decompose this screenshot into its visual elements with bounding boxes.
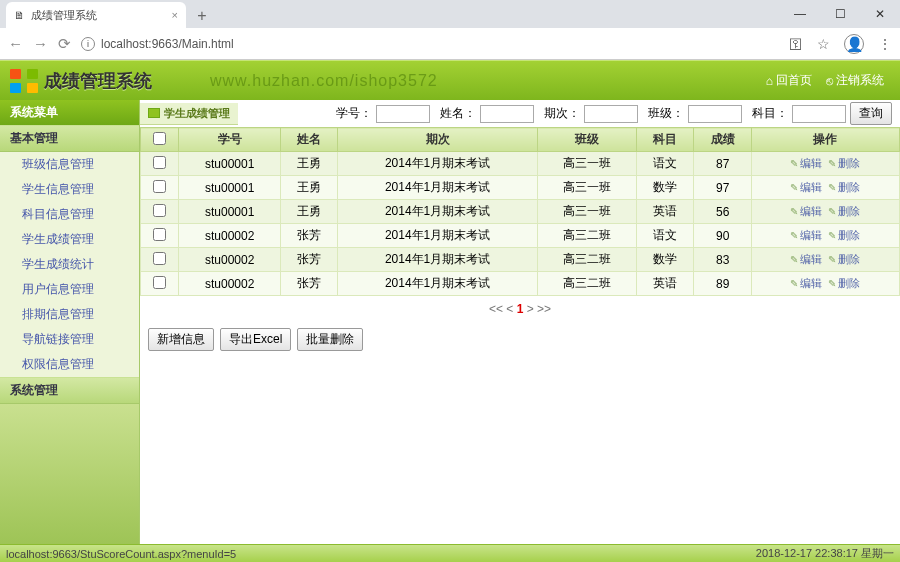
batch-delete-button[interactable]: 批量删除	[297, 328, 363, 351]
menu-icon[interactable]: ⋮	[878, 36, 892, 52]
cell: 2014年1月期末考试	[338, 152, 537, 176]
row-checkbox[interactable]	[153, 180, 166, 193]
pager-prev[interactable]: <	[506, 302, 513, 316]
label-term: 期次：	[544, 105, 580, 122]
label-sno: 学号：	[336, 105, 372, 122]
account-icon[interactable]: 👤	[844, 34, 864, 54]
sidebar-item-6[interactable]: 排期信息管理	[0, 302, 139, 327]
select-all-checkbox[interactable]	[153, 132, 166, 145]
cell: 2014年1月期末考试	[338, 176, 537, 200]
browser-tab[interactable]: 🗎 成绩管理系统 ×	[6, 2, 186, 28]
sidebar-item-8[interactable]: 权限信息管理	[0, 352, 139, 377]
new-tab-button[interactable]: +	[190, 4, 214, 28]
back-button[interactable]: ←	[8, 35, 23, 52]
row-checkbox[interactable]	[153, 156, 166, 169]
page-icon: 🗎	[14, 9, 25, 21]
status-right: 2018-12-17 22:38:17 星期一	[756, 546, 894, 561]
window-minimize-button[interactable]: —	[780, 0, 820, 28]
cell: stu00002	[179, 248, 281, 272]
sidebar-item-3[interactable]: 学生成绩管理	[0, 227, 139, 252]
star-icon[interactable]: ☆	[817, 36, 830, 52]
delete-link[interactable]: 删除	[828, 277, 860, 289]
input-sno[interactable]	[376, 105, 430, 123]
site-info-icon[interactable]: i	[81, 37, 95, 51]
col-header	[141, 128, 179, 152]
cell: 王勇	[281, 152, 338, 176]
input-term[interactable]	[584, 105, 638, 123]
pager-next[interactable]: >	[527, 302, 534, 316]
cell	[141, 224, 179, 248]
sidebar-item-2[interactable]: 科目信息管理	[0, 202, 139, 227]
row-checkbox[interactable]	[153, 228, 166, 241]
cell: 56	[694, 200, 751, 224]
edit-link[interactable]: 编辑	[790, 181, 822, 193]
edit-link[interactable]: 编辑	[790, 157, 822, 169]
cell: 编辑删除	[751, 224, 899, 248]
label-name: 姓名：	[440, 105, 476, 122]
search-button[interactable]: 查询	[850, 102, 892, 125]
export-button[interactable]: 导出Excel	[220, 328, 291, 351]
forward-button[interactable]: →	[33, 35, 48, 52]
cell	[141, 200, 179, 224]
input-name[interactable]	[480, 105, 534, 123]
sidebar-item-5[interactable]: 用户信息管理	[0, 277, 139, 302]
logout-link[interactable]: ⎋ 注销系统	[826, 72, 884, 89]
pager: << < 1 > >>	[140, 296, 900, 322]
label-subj: 科目：	[752, 105, 788, 122]
label-class: 班级：	[648, 105, 684, 122]
sidebar-item-7[interactable]: 导航链接管理	[0, 327, 139, 352]
cell	[141, 152, 179, 176]
col-header: 学号	[179, 128, 281, 152]
close-tab-icon[interactable]: ×	[172, 9, 178, 21]
cell: 高三二班	[537, 272, 636, 296]
cell	[141, 248, 179, 272]
sidebar-item-0[interactable]: 班级信息管理	[0, 152, 139, 177]
edit-link[interactable]: 编辑	[790, 277, 822, 289]
score-table: 学号姓名期次班级科目成绩操作 stu00001王勇2014年1月期末考试高三一班…	[140, 127, 900, 296]
address-bar[interactable]: i localhost:9663/Main.html	[81, 37, 779, 51]
cell: stu00002	[179, 272, 281, 296]
sidebar-item-4[interactable]: 学生成绩统计	[0, 252, 139, 277]
reload-button[interactable]: ⟳	[58, 35, 71, 53]
delete-link[interactable]: 删除	[828, 181, 860, 193]
row-checkbox[interactable]	[153, 252, 166, 265]
edit-link[interactable]: 编辑	[790, 229, 822, 241]
delete-link[interactable]: 删除	[828, 229, 860, 241]
home-link[interactable]: ⌂ 回首页	[766, 72, 812, 89]
cell: stu00002	[179, 224, 281, 248]
pager-first[interactable]: <<	[489, 302, 503, 316]
sidebar-group-system[interactable]: 系统管理	[0, 377, 139, 404]
edit-link[interactable]: 编辑	[790, 253, 822, 265]
col-header: 期次	[338, 128, 537, 152]
content-area: 学生成绩管理 学号： 姓名： 期次： 班级： 科目： 查询 学号姓名期次班级科目…	[140, 100, 900, 544]
cell: 高三一班	[537, 176, 636, 200]
cell: 高三一班	[537, 152, 636, 176]
sidebar-item-1[interactable]: 学生信息管理	[0, 177, 139, 202]
cell: stu00001	[179, 152, 281, 176]
cell: 编辑删除	[751, 176, 899, 200]
pager-current: 1	[517, 302, 524, 316]
edit-link[interactable]: 编辑	[790, 205, 822, 217]
table-row: stu00002张芳2014年1月期末考试高三二班语文90编辑删除	[141, 224, 900, 248]
sidebar-group-basic[interactable]: 基本管理	[0, 125, 139, 152]
pager-last[interactable]: >>	[537, 302, 551, 316]
cell: 王勇	[281, 200, 338, 224]
delete-link[interactable]: 删除	[828, 205, 860, 217]
watermark-text: www.huzhan.com/ishop3572	[210, 72, 438, 90]
browser-tab-strip: 🗎 成绩管理系统 × + — ☐ ✕	[0, 0, 900, 28]
key-icon[interactable]: ⚿	[789, 36, 803, 52]
row-checkbox[interactable]	[153, 276, 166, 289]
add-button[interactable]: 新增信息	[148, 328, 214, 351]
app-title: 成绩管理系统	[44, 69, 152, 93]
cell: 编辑删除	[751, 200, 899, 224]
cell: 87	[694, 152, 751, 176]
window-maximize-button[interactable]: ☐	[820, 0, 860, 28]
delete-link[interactable]: 删除	[828, 253, 860, 265]
row-checkbox[interactable]	[153, 204, 166, 217]
window-close-button[interactable]: ✕	[860, 0, 900, 28]
table-row: stu00001王勇2014年1月期末考试高三一班数学97编辑删除	[141, 176, 900, 200]
input-class[interactable]	[688, 105, 742, 123]
input-subj[interactable]	[792, 105, 846, 123]
col-header: 成绩	[694, 128, 751, 152]
delete-link[interactable]: 删除	[828, 157, 860, 169]
